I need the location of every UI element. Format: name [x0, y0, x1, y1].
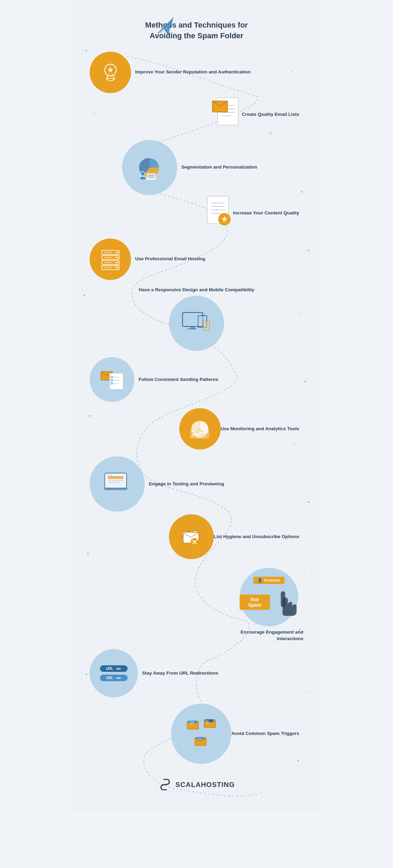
- svg-point-31: [117, 252, 118, 253]
- deco-dot-13: ○: [83, 810, 85, 812]
- svg-rect-47: [204, 322, 209, 329]
- svg-point-36: [115, 262, 117, 263]
- section-sender-reputation: Improve Your Sender Reputation and Authe…: [79, 52, 314, 93]
- node-sender-reputation: Improve Your Sender Reputation and Authe…: [90, 52, 251, 93]
- monitoring-circle: [179, 408, 221, 450]
- svg-point-14: [141, 171, 145, 176]
- url-bar-2: URL: [100, 675, 128, 681]
- svg-rect-62: [108, 476, 123, 479]
- consistent-label: Follow Consistent Sending Patterns: [139, 376, 218, 383]
- url-bar-1: URL: [100, 665, 128, 672]
- section-consistent: Follow Consistent Sending Patterns: [79, 357, 314, 402]
- section-monitoring: Use Monitoring and Analytics Tools: [79, 408, 314, 450]
- award-icon: [99, 61, 122, 83]
- svg-rect-61: [106, 474, 126, 487]
- quality-email-label: Create Quality Email Lists: [242, 111, 299, 118]
- url-label: Stay Away From URL Redirections: [142, 670, 218, 677]
- svg-rect-74: [281, 591, 285, 607]
- content-quality-icon: [202, 194, 233, 232]
- svg-text:Now: Now: [206, 722, 209, 724]
- testing-label: Engage in Testing and Previewing: [149, 481, 224, 487]
- consistent-circle: [90, 357, 134, 402]
- engagement-buttons: 👤 Contacts Not Spam: [240, 577, 298, 618]
- arrow-icon-1: [115, 667, 121, 670]
- hosting-label: Use Professional Email Hosting: [135, 256, 205, 262]
- engagement-label: Encourage Engagement and Interactions: [234, 629, 303, 642]
- svg-rect-15: [147, 173, 156, 180]
- node-responsive: Have a Responsive Design and Mobile Comp…: [139, 287, 254, 351]
- svg-marker-0: [158, 18, 173, 35]
- section-responsive: Have a Responsive Design and Mobile Comp…: [79, 287, 314, 351]
- svg-point-65: [107, 475, 108, 476]
- page-title: Methods and Techniques for Avoiding the …: [79, 20, 314, 41]
- section-testing: Engage in Testing and Previewing: [79, 456, 314, 512]
- scala-logo-icon: [158, 778, 172, 791]
- arrow-icon-2: [115, 676, 121, 680]
- node-engagement: 👤 Contacts Not Spam Encou: [234, 568, 303, 642]
- list-hygiene-label: List Hygiene and Unsubscribe Options: [214, 534, 299, 540]
- svg-point-37: [117, 262, 118, 263]
- svg-point-7: [107, 78, 114, 81]
- svg-rect-42: [190, 326, 195, 329]
- svg-text:Here: Here: [190, 723, 194, 725]
- section-content-quality: Increase Your Content Quality: [79, 194, 314, 232]
- svg-point-30: [115, 252, 117, 253]
- sender-reputation-circle: [90, 52, 131, 93]
- node-monitoring: Use Monitoring and Analytics Tools: [179, 408, 303, 450]
- section-quality-email: Create Quality Email Lists: [79, 96, 314, 134]
- responsive-circle: [169, 296, 224, 351]
- url-circle: URL URL: [90, 649, 138, 697]
- header: Methods and Techniques for Avoiding the …: [79, 14, 314, 41]
- node-content-quality: Increase Your Content Quality: [202, 194, 303, 232]
- sender-reputation-label: Improve Your Sender Reputation and Authe…: [135, 69, 251, 75]
- node-consistent: Follow Consistent Sending Patterns: [90, 357, 218, 402]
- infographic-container: ✦ ○ ○ ✦ · ✦ ○ ✦ ✦ ○ · ✦ ✦ ○ · ✦ ✦ ○ · ✦ …: [72, 0, 321, 812]
- node-url: URL URL: [90, 649, 218, 697]
- svg-point-57: [194, 433, 196, 435]
- testing-circle: [90, 456, 145, 512]
- svg-rect-56: [190, 431, 210, 438]
- paper-plane-icon: [155, 15, 176, 36]
- spam-triggers-circle: Click Here Buy Now Free: [171, 704, 231, 764]
- contacts-badge: 👤 Contacts: [253, 577, 284, 584]
- email-list-icon: [211, 96, 242, 134]
- node-hosting: Use Professional Email Hosting: [90, 239, 205, 280]
- section-hosting: Use Professional Email Hosting: [79, 239, 314, 280]
- node-list-hygiene: List Hygiene and Unsubscribe Options: [169, 514, 303, 559]
- engagement-circle: 👤 Contacts Not Spam: [240, 568, 298, 626]
- node-spam-triggers: Avoid Common Spam Triggers Click Here Bu: [171, 704, 303, 764]
- svg-point-39: [115, 267, 117, 269]
- node-segmentation: Segmentation and Personalization: [122, 140, 258, 195]
- spam-triggers-label: Avoid Common Spam Triggers: [231, 730, 299, 737]
- svg-point-66: [109, 475, 110, 476]
- footer: SCALAHOSTING: [79, 778, 314, 791]
- content-quality-label: Increase Your Content Quality: [233, 210, 299, 216]
- monitoring-label: Use Monitoring and Analytics Tools: [221, 426, 299, 432]
- segmentation-circle: [122, 140, 177, 195]
- svg-point-58: [198, 434, 199, 436]
- footer-logo-text: SCALAHOSTING: [175, 781, 235, 789]
- responsive-label-top: Have a Responsive Design and Mobile Comp…: [139, 287, 254, 293]
- list-hygiene-circle: [169, 514, 214, 559]
- svg-point-34: [117, 257, 118, 258]
- svg-text:Free: Free: [198, 738, 202, 739]
- svg-point-67: [110, 475, 112, 476]
- svg-point-33: [115, 257, 117, 258]
- segmentation-label: Segmentation and Personalization: [181, 164, 258, 171]
- svg-marker-4: [108, 67, 113, 73]
- hand-cursor-icon: [272, 587, 298, 618]
- section-list-hygiene: List Hygiene and Unsubscribe Options: [79, 514, 314, 559]
- not-spam-button[interactable]: Not Spam: [240, 595, 270, 610]
- section-engagement: 👤 Contacts Not Spam Encou: [79, 568, 314, 642]
- section-spam-triggers: Avoid Common Spam Triggers Click Here Bu: [79, 704, 314, 764]
- svg-rect-49: [110, 373, 123, 390]
- section-url: URL URL: [79, 649, 314, 697]
- node-quality-email: Create Quality Email Lists: [211, 96, 303, 134]
- section-segmentation: Segmentation and Personalization: [72, 140, 314, 195]
- svg-point-59: [202, 432, 203, 433]
- items-container: Improve Your Sender Reputation and Authe…: [79, 52, 314, 764]
- svg-point-40: [117, 267, 118, 269]
- hosting-circle: [90, 239, 131, 280]
- node-testing: Engage in Testing and Previewing: [90, 456, 224, 512]
